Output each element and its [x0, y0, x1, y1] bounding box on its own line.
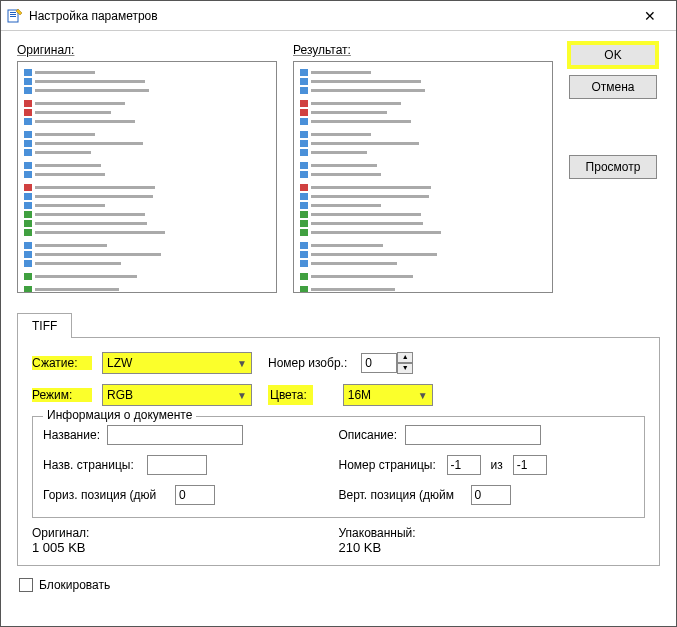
hpos-input[interactable]: [175, 485, 215, 505]
vpos-label: Верт. позиция (дюйм: [339, 488, 467, 502]
tab-tiff-label: TIFF: [32, 319, 57, 333]
side-buttons: OK Отмена Просмотр: [569, 43, 657, 293]
result-label: Результат:: [293, 43, 553, 57]
pagenum-label: Номер страницы:: [339, 458, 443, 472]
pagename-label: Назв. страницы:: [43, 458, 143, 472]
svg-rect-3: [10, 16, 16, 17]
app-icon: [7, 8, 23, 24]
close-button[interactable]: ✕: [630, 2, 670, 30]
packed-size-value: 210 KB: [339, 540, 646, 555]
image-number-input[interactable]: [361, 353, 397, 373]
tab-pane: Сжатие: LZW ▼ Номер изобр.: ▲ ▼: [17, 337, 660, 566]
cancel-button[interactable]: Отмена: [569, 75, 657, 99]
tab-strip: TIFF: [17, 313, 660, 338]
top-row: Оригинал:: [17, 43, 660, 293]
original-column: Оригинал:: [17, 43, 277, 293]
colors-select[interactable]: 16M ▼: [343, 384, 433, 406]
compression-label: Сжатие:: [32, 356, 92, 370]
ok-button-label: OK: [604, 48, 621, 62]
titlebar: Настройка параметров ✕: [1, 1, 676, 31]
name-label: Название:: [43, 428, 103, 442]
svg-rect-2: [10, 14, 16, 15]
pagename-input[interactable]: [147, 455, 207, 475]
compression-value: LZW: [107, 356, 132, 370]
result-column: Результат:: [293, 43, 553, 293]
image-number-label: Номер изобр.:: [268, 356, 351, 370]
result-thumb: [300, 68, 460, 288]
original-thumb: [24, 68, 184, 288]
original-size-value: 1 005 KB: [32, 540, 339, 555]
colors-value: 16M: [348, 388, 371, 402]
lock-label: Блокировать: [39, 578, 110, 592]
mode-value: RGB: [107, 388, 133, 402]
lock-row: Блокировать: [19, 578, 660, 592]
image-number-spinner[interactable]: ▲ ▼: [397, 352, 413, 374]
compression-select[interactable]: LZW ▼: [102, 352, 252, 374]
svg-rect-1: [10, 12, 16, 13]
ok-button[interactable]: OK: [569, 43, 657, 67]
tab-area: TIFF Сжатие: LZW ▼ Номер изобр.: ▲ ▼: [17, 313, 660, 566]
vpos-input[interactable]: [471, 485, 511, 505]
window: Настройка параметров ✕ Оригинал:: [0, 0, 677, 627]
pagecount-input[interactable]: [513, 455, 547, 475]
name-input[interactable]: [107, 425, 243, 445]
mode-select[interactable]: RGB ▼: [102, 384, 252, 406]
close-icon: ✕: [644, 8, 656, 24]
chevron-down-icon: ▼: [237, 358, 247, 369]
window-title: Настройка параметров: [29, 9, 630, 23]
chevron-down-icon: ▼: [237, 390, 247, 401]
cancel-button-label: Отмена: [591, 80, 634, 94]
desc-input[interactable]: [405, 425, 541, 445]
spin-up-icon[interactable]: ▲: [397, 352, 413, 363]
preview-button[interactable]: Просмотр: [569, 155, 657, 179]
pagenum-input[interactable]: [447, 455, 481, 475]
hpos-label: Гориз. позиция (дюй: [43, 488, 171, 502]
chevron-down-icon: ▼: [418, 390, 428, 401]
content: Оригинал:: [1, 31, 676, 625]
colors-label: Цвета:: [268, 385, 313, 405]
original-size-label: Оригинал:: [32, 526, 339, 540]
result-preview: [293, 61, 553, 293]
spin-down-icon[interactable]: ▼: [397, 363, 413, 374]
lock-checkbox[interactable]: [19, 578, 33, 592]
mode-label: Режим:: [32, 388, 92, 402]
desc-label: Описание:: [339, 428, 401, 442]
original-preview: [17, 61, 277, 293]
sizes-row: Оригинал: 1 005 KB Упакованный: 210 KB: [32, 526, 645, 555]
packed-size-label: Упакованный:: [339, 526, 646, 540]
image-number-stepper[interactable]: ▲ ▼: [361, 352, 413, 374]
preview-button-label: Просмотр: [586, 160, 641, 174]
docinfo-fieldset: Информация о документе Название: Описани…: [32, 416, 645, 518]
original-label: Оригинал:: [17, 43, 277, 57]
tab-tiff[interactable]: TIFF: [17, 313, 72, 338]
of-label: из: [491, 458, 503, 472]
docinfo-legend: Информация о документе: [43, 408, 196, 422]
